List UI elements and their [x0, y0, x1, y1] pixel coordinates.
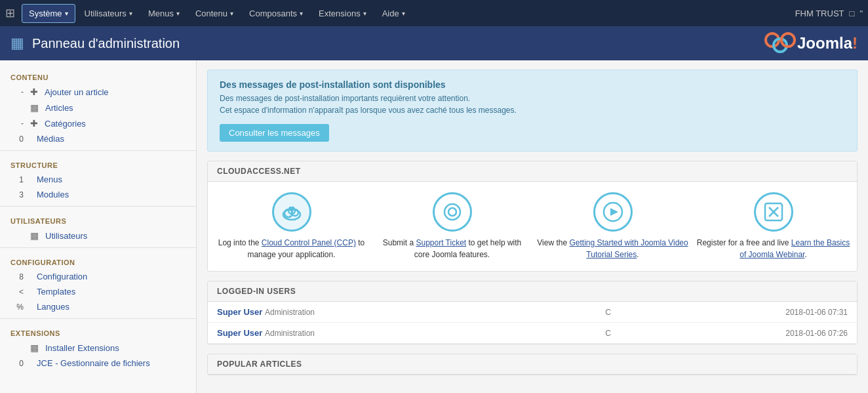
badge-templates: <	[10, 287, 24, 297]
nav-item-contenu[interactable]: Contenu ▾	[189, 5, 240, 22]
badge-categories: -	[10, 119, 24, 128]
articles-icon: ▦	[30, 102, 39, 113]
nav-item-menus[interactable]: Menus ▾	[142, 5, 186, 22]
support-link[interactable]: Support Ticket	[416, 238, 466, 247]
post-install-title: Des messages de post-installation sont d…	[220, 79, 845, 90]
nav-item-systeme[interactable]: Système ▾	[22, 4, 75, 23]
nav-extensions-arrow: ▾	[363, 10, 366, 17]
sidebar-item-categories[interactable]: - ✚ Catégories	[0, 115, 196, 131]
user-role-2: Administration	[265, 329, 315, 338]
cloudaccess-section: CLOUDACCESS.NET Log in	[207, 161, 858, 272]
badge-modules: 3	[10, 190, 24, 199]
tutorials-link[interactable]: Getting Started with Joomla Video Tutori…	[569, 238, 688, 259]
user-cell-1: Super User Administration	[208, 302, 549, 323]
categories-label: Catégories	[45, 119, 86, 129]
sidebar-section-extensions: EXTENSIONS	[0, 323, 196, 340]
nav-item-extensions[interactable]: Extensions ▾	[312, 5, 373, 22]
nav-systeme-arrow: ▾	[65, 10, 68, 17]
modules-label: Modules	[37, 190, 69, 199]
utilisateurs-icon: ▦	[30, 230, 39, 241]
webinar-link[interactable]: Learn the Basics of Joomla Webinar	[740, 238, 850, 259]
installer-label: Installer Extensions	[45, 343, 119, 353]
nav-item-utilisateurs[interactable]: Utilisateurs ▾	[78, 5, 139, 22]
sidebar-item-langues[interactable]: % Langues	[0, 299, 196, 314]
top-navigation: ⊞ Système ▾ Utilisateurs ▾ Menus ▾ Conte…	[0, 0, 868, 26]
sidebar-item-utilisateurs[interactable]: ▦ Utilisateurs	[0, 228, 196, 243]
logged-users-section: LOGGED-IN USERS Super User Administratio…	[207, 281, 858, 344]
joomla-logo-svg	[763, 31, 797, 56]
consulter-messages-button[interactable]: Consulter les messages	[220, 124, 329, 142]
sidebar-divider-1	[0, 150, 196, 151]
logged-users-table: Super User Administration C 2018-01-06 0…	[208, 302, 857, 344]
ajouter-article-label: Ajouter un article	[45, 87, 109, 97]
nav-right-user: FHM TRUST □ "	[795, 9, 863, 18]
badge-jce: 0	[10, 359, 24, 368]
webinar-icon	[754, 192, 793, 232]
sidebar-divider-3	[0, 247, 196, 248]
user-icon: □	[850, 9, 855, 18]
sidebar-item-templates[interactable]: < Templates	[0, 284, 196, 299]
nav-aide-arrow: ▾	[402, 10, 405, 17]
sidebar-item-jce[interactable]: 0 JCE - Gestionnaire de fichiers	[0, 356, 196, 371]
user-time-1: 2018-01-06 07:31	[620, 302, 857, 323]
nav-contenu-arrow: ▾	[230, 10, 233, 17]
sidebar-section-contenu: CONTENU	[0, 67, 196, 84]
svg-marker-11	[610, 208, 618, 216]
ca-webinar-text: Register for a free and live Learn the B…	[696, 237, 850, 260]
badge-medias: 0	[10, 134, 24, 144]
quote-icon: "	[859, 9, 863, 18]
articles-label: Articles	[45, 103, 73, 113]
utilisateurs-label: Utilisateurs	[45, 231, 87, 241]
sidebar-item-articles[interactable]: ▦ Articles	[0, 100, 196, 115]
sidebar-item-menus[interactable]: 1 Menus	[0, 172, 196, 187]
nav-item-aide[interactable]: Aide ▾	[376, 5, 412, 22]
nav-left: ⊞ Système ▾ Utilisateurs ▾ Menus ▾ Conte…	[5, 4, 412, 23]
user-time-2: 2018-01-06 07:26	[620, 323, 857, 344]
cloudaccess-header: CLOUDACCESS.NET	[208, 161, 857, 182]
user-name-label: FHM TRUST	[795, 9, 844, 18]
ca-tutorials-text: View the Getting Started with Joomla Vid…	[536, 237, 690, 260]
user-name-1: Super User	[217, 307, 262, 317]
nav-utilisateurs-arrow: ▾	[129, 10, 132, 17]
installer-icon: ▦	[30, 342, 39, 353]
menus-label: Menus	[37, 175, 62, 184]
page-title: Panneau d'administration	[32, 36, 180, 51]
main-content: Des messages de post-installation sont d…	[197, 60, 868, 393]
popular-articles-header: POPULAR ARTICLES	[208, 354, 857, 375]
logged-users-header: LOGGED-IN USERS	[208, 281, 857, 302]
user-cell-2: Super User Administration	[208, 323, 549, 344]
grid-icon[interactable]: ⊞	[5, 6, 15, 20]
langues-label: Langues	[37, 302, 69, 312]
post-install-line2: Cet espace d'information n'apparaît pas …	[220, 106, 845, 115]
badge-menus: 1	[10, 175, 24, 184]
badge-ajouter: -	[10, 87, 24, 96]
sidebar-item-configuration[interactable]: 8 Configuration	[0, 269, 196, 284]
sidebar-divider-2	[0, 206, 196, 207]
categories-icon: ✚	[30, 118, 38, 129]
ca-item-support: Submit a Support Ticket to get help with…	[375, 192, 529, 260]
table-row: Super User Administration C 2018-01-06 0…	[208, 302, 857, 323]
sidebar-item-installer-extensions[interactable]: ▦ Installer Extensions	[0, 340, 196, 356]
user-initial-2: C	[549, 323, 620, 344]
svg-point-9	[448, 208, 456, 216]
header-left: ▦ Panneau d'administration	[10, 35, 180, 52]
nav-systeme-label: Système	[29, 9, 62, 18]
support-icon	[433, 192, 472, 232]
popular-articles-section: POPULAR ARTICLES	[207, 354, 858, 375]
sidebar-item-modules[interactable]: 3 Modules	[0, 187, 196, 202]
sidebar-divider-4	[0, 318, 196, 319]
ca-item-webinar: Register for a free and live Learn the B…	[696, 192, 850, 260]
nav-menus-label: Menus	[148, 9, 174, 18]
nav-extensions-label: Extensions	[319, 9, 361, 18]
sidebar-section-configuration: CONFIGURATION	[0, 252, 196, 269]
post-install-line1: Des messages de post-installation import…	[220, 94, 845, 103]
ccp-link[interactable]: Cloud Control Panel (CCP)	[262, 238, 356, 247]
post-install-box: Des messages de post-installation sont d…	[207, 70, 858, 152]
ca-item-tutorials: View the Getting Started with Joomla Vid…	[536, 192, 690, 260]
nav-item-composants[interactable]: Composants ▾	[243, 5, 309, 22]
user-role-1: Administration	[265, 308, 315, 317]
sidebar-item-ajouter-article[interactable]: - ✚ Ajouter un article	[0, 84, 196, 100]
badge-langues: %	[10, 302, 24, 312]
nav-composants-arrow: ▾	[300, 10, 303, 17]
sidebar-item-medias[interactable]: 0 Médias	[0, 131, 196, 146]
